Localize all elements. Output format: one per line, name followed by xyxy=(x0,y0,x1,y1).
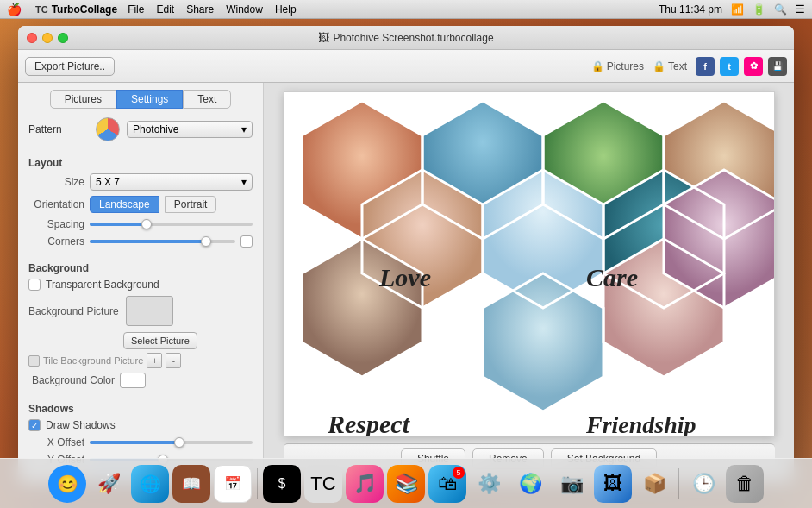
text-lock-icon: 🔒 xyxy=(653,60,665,72)
pattern-row: Pattern Photohive ▾ xyxy=(18,114,263,145)
menubar-time: Thu 11:34 pm xyxy=(659,3,722,16)
dock-trash[interactable]: 🗑 xyxy=(726,465,764,503)
bg-color-swatch[interactable] xyxy=(120,373,146,388)
landscape-button[interactable]: Landscape xyxy=(90,196,159,213)
dock-iphoto[interactable]: 🖼 xyxy=(594,465,632,503)
shadows-header: Shadows xyxy=(18,398,263,417)
canvas-area: Love Care Respect Friendship Shuffle Rem… xyxy=(264,83,794,483)
text-label[interactable]: Text xyxy=(668,60,687,72)
corners-row: Corners xyxy=(18,233,263,250)
size-label: Size xyxy=(28,176,84,188)
bg-color-label: Background Color xyxy=(28,374,115,386)
orientation-row: Orientation Landscape Portrait xyxy=(18,193,263,216)
menubar-wifi: 📶 xyxy=(731,3,744,16)
svg-text:Care: Care xyxy=(586,263,638,292)
pictures-label[interactable]: Pictures xyxy=(607,60,644,72)
sidebar: Pictures Settings Text Pattern Photohive… xyxy=(18,83,264,483)
menu-window[interactable]: Window xyxy=(226,3,263,16)
twitter-button[interactable]: t xyxy=(720,57,739,76)
x-offset-thumb[interactable] xyxy=(174,437,184,448)
portrait-button[interactable]: Portrait xyxy=(165,196,217,213)
toolbar: Export Picture.. 🔒 Pictures 🔒 Text f t ✿… xyxy=(18,50,794,83)
menu-help[interactable]: Help xyxy=(275,3,297,16)
size-select[interactable]: 5 X 7 ▾ xyxy=(90,173,253,191)
dock-terminal[interactable]: $ xyxy=(263,465,301,503)
spacing-thumb[interactable] xyxy=(141,219,152,229)
background-header: Background xyxy=(18,257,263,276)
draw-shadows-row: ✓ Draw Shadows xyxy=(18,417,263,434)
dock-launchpad[interactable]: 🚀 xyxy=(90,465,128,503)
minimize-button[interactable] xyxy=(42,33,53,43)
corners-track xyxy=(90,240,235,243)
x-offset-track xyxy=(90,441,253,444)
corners-thumb[interactable] xyxy=(201,236,211,247)
tile-add-button[interactable]: + xyxy=(147,353,162,368)
pattern-label: Pattern xyxy=(28,123,89,135)
dock-photos[interactable]: 📷 xyxy=(553,465,590,503)
main-window: 🖼 Photohive Screenshot.turbocollage Expo… xyxy=(18,26,794,483)
layout-header: Layout xyxy=(18,152,263,171)
tile-row: Tile Background Picture + - xyxy=(18,351,263,370)
tab-settings[interactable]: Settings xyxy=(116,90,183,109)
main-content: Pictures Settings Text Pattern Photohive… xyxy=(18,83,794,483)
dock-finder[interactable]: 😊 xyxy=(48,465,86,503)
export-button[interactable]: Export Picture.. xyxy=(25,57,115,76)
menubar-search[interactable]: 🔍 xyxy=(774,3,787,16)
dock-airdrop[interactable]: 📦 xyxy=(635,465,673,503)
menu-share[interactable]: Share xyxy=(186,3,214,16)
flickr-button[interactable]: ✿ xyxy=(744,57,763,76)
corners-checkbox[interactable] xyxy=(240,235,253,248)
svg-text:Respect: Respect xyxy=(327,410,411,436)
orientation-label: Orientation xyxy=(28,198,84,210)
dock-calendar[interactable]: 📅 xyxy=(214,465,252,503)
dock-safari[interactable]: 🌐 xyxy=(131,465,169,503)
dock-downloads[interactable]: 🕒 xyxy=(684,465,722,503)
menubar: 🍎 TC TurboCollage File Edit Share Window… xyxy=(0,0,812,19)
spacing-fill xyxy=(90,223,147,226)
dock-turbocollage[interactable]: TC xyxy=(304,465,342,503)
corners-fill xyxy=(90,240,206,243)
maximize-button[interactable] xyxy=(58,33,68,43)
traffic-lights xyxy=(27,33,68,43)
spacing-track xyxy=(90,223,253,226)
bg-picture-row: Background Picture xyxy=(18,293,263,328)
canvas-frame[interactable]: Love Care Respect Friendship xyxy=(284,91,775,436)
corners-label: Corners xyxy=(28,235,84,248)
tile-remove-button[interactable]: - xyxy=(166,353,181,368)
apple-menu[interactable]: 🍎 xyxy=(7,3,22,16)
close-button[interactable] xyxy=(27,33,37,43)
text-lock: 🔒 Text xyxy=(653,60,687,72)
pattern-select[interactable]: Photohive ▾ xyxy=(127,121,253,138)
save-button[interactable]: 💾 xyxy=(768,57,787,76)
bg-picture-preview xyxy=(126,296,173,326)
dock: 😊 🚀 🌐 📖 📅 $ TC 🎵 📚 🛍 5 ⚙️ 🌍 📷 🖼 📦 🕒 🗑 xyxy=(0,458,812,508)
dock-chrome[interactable]: 🌍 xyxy=(511,465,549,503)
menubar-control[interactable]: ☰ xyxy=(796,3,805,16)
title-icon: 🖼 xyxy=(318,31,329,44)
dock-itunes[interactable]: 🎵 xyxy=(346,465,384,503)
svg-text:Friendship: Friendship xyxy=(585,411,696,436)
select-pic-row: Select Picture xyxy=(18,328,263,351)
dock-books[interactable]: 📚 xyxy=(387,465,425,503)
menu-edit[interactable]: Edit xyxy=(156,3,174,16)
dock-separator-1 xyxy=(257,468,258,499)
bg-color-row: Background Color xyxy=(18,370,263,391)
menubar-right: Thu 11:34 pm 📶 🔋 🔍 ☰ xyxy=(659,3,805,16)
x-offset-row: X Offset xyxy=(18,434,263,451)
dock-preferences[interactable]: ⚙️ xyxy=(470,465,508,503)
tile-checkbox[interactable] xyxy=(28,355,40,367)
dock-contacts[interactable]: 📖 xyxy=(172,465,210,503)
tab-bar: Pictures Settings Text xyxy=(18,83,263,114)
facebook-button[interactable]: f xyxy=(696,57,715,76)
transparent-checkbox[interactable] xyxy=(28,279,41,291)
app-logo: TC TurboCollage xyxy=(35,3,117,16)
draw-shadows-checkbox[interactable]: ✓ xyxy=(28,419,41,431)
select-picture-button[interactable]: Select Picture xyxy=(123,332,197,349)
svg-text:Love: Love xyxy=(378,263,431,292)
menu-file[interactable]: File xyxy=(128,3,144,16)
tab-pictures[interactable]: Pictures xyxy=(50,90,116,109)
lock-icon: 🔒 xyxy=(591,60,604,72)
tab-text[interactable]: Text xyxy=(183,90,231,109)
dock-appstore[interactable]: 🛍 5 xyxy=(428,465,466,503)
window-title: 🖼 Photohive Screenshot.turbocollage xyxy=(318,31,493,44)
